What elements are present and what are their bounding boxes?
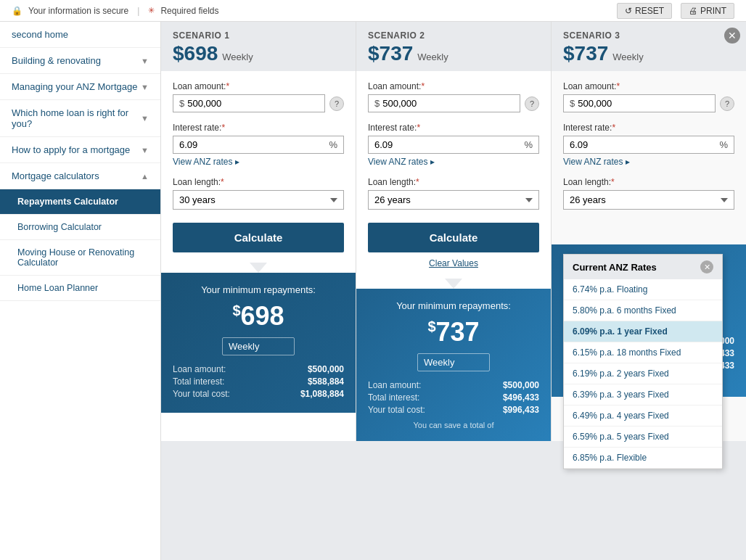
chevron-down-icon: ▼ (141, 146, 149, 155)
interest-rate-label-1: Interest rate:* (173, 123, 344, 133)
close-rates-dropdown-button[interactable]: ✕ (700, 260, 713, 273)
interest-rate-input-2[interactable] (374, 139, 521, 150)
loan-amount-input-wrapper-2[interactable]: $ (368, 94, 520, 112)
clear-values-link[interactable]: Clear Values (368, 258, 539, 268)
interest-rate-input-wrapper-2[interactable]: % (368, 136, 539, 154)
loan-length-select-2[interactable]: 26 years 30 years 25 years (368, 190, 539, 210)
sidebar-item-label: second home (12, 29, 68, 40)
loan-amount-input-row-3: $ ? (563, 94, 734, 112)
loan-amount-input-2[interactable] (382, 98, 514, 109)
arrow-icon-3: ▸ (626, 157, 630, 167)
loan-amount-help-2[interactable]: ? (525, 96, 539, 111)
loan-amount-help-3[interactable]: ? (720, 96, 734, 111)
sidebar-item-how-to-apply[interactable]: How to apply for a mortgage ▼ (0, 137, 160, 163)
sidebar: second home Building & renovating ▼ Mana… (0, 22, 161, 560)
loan-length-select-1[interactable]: 30 years 26 years 25 years (173, 190, 344, 210)
print-icon: 🖨 (689, 6, 697, 16)
sidebar-item-moving-house[interactable]: Moving House or Renovating Calculator (0, 240, 160, 276)
chevron-down-icon: ▼ (141, 83, 149, 91)
calculate-button-2[interactable]: Calculate (368, 223, 539, 252)
rate-item-2y-fixed[interactable]: 6.19% p.a. 2 years Fixed (564, 363, 722, 384)
reset-button[interactable]: ↺ RESET (617, 3, 672, 19)
loan-amount-input-wrapper-1[interactable]: $ (173, 94, 325, 112)
rate-item-3y-fixed[interactable]: 6.39% p.a. 3 years Fixed (564, 384, 722, 405)
view-anz-rates-link-2[interactable]: View ANZ rates ▸ (368, 157, 539, 167)
scenario-1-label: SCENARIO 1 (173, 30, 344, 41)
print-label: PRINT (700, 6, 726, 16)
sidebar-item-label: Building & renovating (12, 55, 101, 66)
loan-amount-field-3: Loan amount:* $ ? (563, 81, 734, 112)
sidebar-item-repayments[interactable]: Repayments Calculator (0, 189, 160, 215)
view-anz-rates-link-1[interactable]: View ANZ rates ▸ (173, 157, 344, 167)
scenario-3-freq: Weekly (612, 52, 643, 62)
dollar-prefix-3: $ (570, 98, 575, 109)
percent-suffix-1: % (329, 139, 337, 150)
loan-length-select-3[interactable]: 26 years 30 years 25 years (563, 190, 734, 210)
loan-amount-input-wrapper-3[interactable]: $ (563, 94, 716, 112)
scenario-2-freq: Weekly (417, 52, 448, 62)
chevron-down-icon: ▼ (141, 57, 149, 65)
result-amount-1: $698 (173, 301, 344, 332)
rates-dropdown-header: Current ANZ Rates ✕ (564, 255, 722, 279)
rate-item-floating[interactable]: 6.74% p.a. Floating (564, 279, 722, 300)
loan-amount-field-1: Loan amount:* $ ? (173, 81, 344, 112)
result-details-1: Loan amount: $500,000 Total interest: $5… (173, 364, 344, 399)
print-button[interactable]: 🖨 PRINT (681, 3, 734, 19)
loan-length-field-3: Loan length:* 26 years 30 years 25 years (563, 177, 734, 210)
sidebar-item-second-home[interactable]: second home (0, 22, 160, 48)
loan-length-field-2: Loan length:* 26 years 30 years 25 years (368, 177, 539, 210)
percent-suffix-2: % (524, 139, 533, 150)
result-freq-select-2[interactable]: Weekly Fortnightly Monthly (417, 353, 490, 371)
calculate-button-1[interactable]: Calculate (173, 223, 344, 252)
interest-rate-input-wrapper-1[interactable]: % (173, 136, 344, 154)
scenario-3-amount: $737 Weekly (563, 42, 734, 65)
interest-rate-field-1: Interest rate:* % View ANZ rates ▸ (173, 123, 344, 167)
rate-item-5y-fixed[interactable]: 6.59% p.a. 5 years Fixed (564, 427, 722, 448)
sidebar-item-label: Home Loan Planner (17, 283, 98, 293)
close-scenario-3-button[interactable]: ✕ (724, 28, 740, 44)
scenario-1-body: Loan amount:* $ ? Interest rate:* (161, 71, 356, 263)
loan-amount-input-3[interactable] (578, 98, 709, 109)
scenario-3-header: SCENARIO 3 $737 Weekly (552, 22, 746, 71)
security-info: 🔒 Your information is secure | ✳ Require… (12, 6, 218, 16)
dollar-prefix-1: $ (179, 98, 184, 109)
required-text: Required fields (160, 6, 218, 16)
save-text-2: You can save a total of (368, 421, 539, 429)
result-amount-2: $737 (368, 317, 539, 347)
result-freq-select-1[interactable]: Weekly Fortnightly Monthly (222, 337, 295, 355)
loan-amount-detail-2: Loan amount: $500,000 (368, 380, 539, 390)
view-anz-rates-link-3[interactable]: View ANZ rates ▸ (563, 157, 734, 167)
interest-rate-field-3: Interest rate:* % View ANZ rates ▸ (563, 123, 734, 167)
loan-amount-input-row-2: $ ? (368, 94, 539, 112)
sidebar-item-building[interactable]: Building & renovating ▼ (0, 48, 160, 74)
scenario-1-amount: $698 Weekly (173, 42, 344, 65)
rate-item-6m-fixed[interactable]: 5.80% p.a. 6 months Fixed (564, 300, 722, 321)
rate-item-18m-fixed[interactable]: 6.15% p.a. 18 months Fixed (564, 342, 722, 363)
sidebar-item-home-loan-planner[interactable]: Home Loan Planner (0, 276, 160, 301)
sidebar-item-managing[interactable]: Managing your ANZ Mortgage ▼ (0, 74, 160, 100)
scenario-2-results: Your minimum repayments: $737 Weekly For… (356, 289, 551, 441)
scenario-3-body: Loan amount:* $ ? Interest rate:* (552, 71, 746, 230)
rate-item-4y-fixed[interactable]: 6.49% p.a. 4 years Fixed (564, 405, 722, 427)
sidebar-item-mortgage-calculators[interactable]: Mortgage calculators ▲ (0, 163, 160, 189)
sidebar-item-which-loan[interactable]: Which home loan is right for you? ▼ (0, 100, 160, 137)
loan-amount-detail-1: Loan amount: $500,000 (173, 364, 344, 374)
rate-item-1y-fixed[interactable]: 6.09% p.a. 1 year Fixed (564, 321, 722, 342)
scenario-1-header: SCENARIO 1 $698 Weekly (161, 22, 356, 71)
sidebar-item-label: Borrowing Calculator (17, 222, 102, 232)
loan-amount-input-1[interactable] (187, 98, 319, 109)
sidebar-item-label: Managing your ANZ Mortgage (12, 81, 137, 92)
secure-text: Your information is secure (28, 6, 128, 16)
total-cost-detail-2: Your total cost: $996,433 (368, 405, 539, 415)
arrow-icon-1: ▸ (235, 157, 239, 167)
interest-rate-input-1[interactable] (179, 139, 326, 150)
total-cost-detail-1: Your total cost: $1,088,884 (173, 389, 344, 399)
interest-rate-input-wrapper-3[interactable]: % (563, 136, 734, 154)
loan-amount-label-2: Loan amount:* (368, 81, 539, 91)
loan-amount-help-1[interactable]: ? (329, 96, 344, 111)
sidebar-item-borrowing[interactable]: Borrowing Calculator (0, 215, 160, 240)
rate-item-flexible[interactable]: 6.85% p.a. Flexible (564, 448, 722, 469)
top-bar-actions: ↺ RESET 🖨 PRINT (617, 3, 734, 19)
interest-rate-input-3[interactable] (570, 139, 716, 150)
sidebar-item-label: Repayments Calculator (17, 197, 118, 207)
